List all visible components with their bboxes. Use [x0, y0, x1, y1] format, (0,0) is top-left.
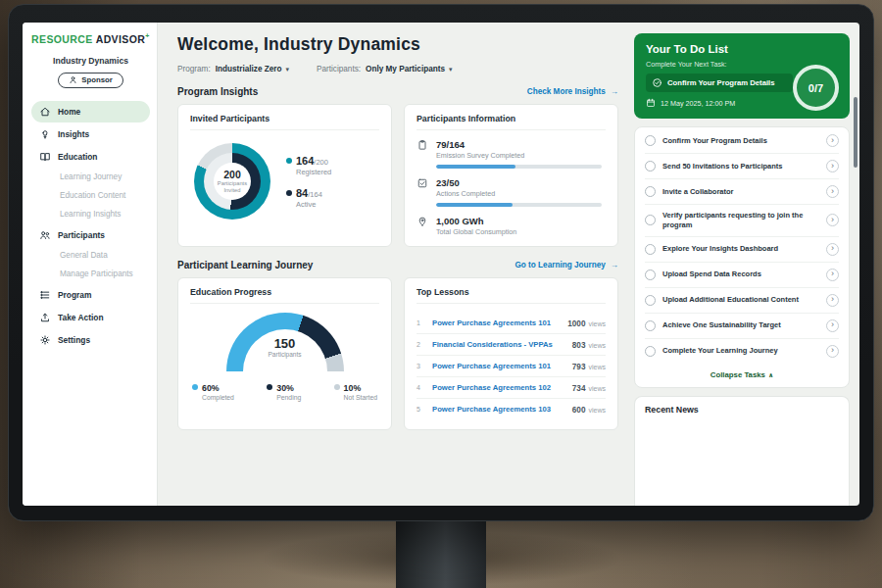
sidebar-item-learning-journey[interactable]: Learning Journey	[31, 169, 150, 186]
lesson-row: 3 Power Purchase Agreements 101 793views	[416, 356, 606, 377]
gauge-center-value: 150	[226, 336, 344, 351]
chevron-right-icon[interactable]: ›	[826, 319, 839, 332]
lesson-views-unit: views	[588, 320, 606, 327]
lesson-link[interactable]: Financial Considerations - VPPAs	[432, 340, 564, 349]
sidebar-item-label: Settings	[58, 335, 90, 345]
chevron-right-icon[interactable]: ›	[826, 134, 839, 147]
chevron-right-icon[interactable]: ›	[826, 345, 839, 358]
participants-filter-dropdown[interactable]: Participants: Only My Participants ▾	[317, 65, 453, 74]
sidebar-item-education[interactable]: Education	[31, 146, 150, 168]
task-row: Achieve One Sustainability Target ›	[645, 314, 839, 339]
sidebar-item-label: General Data	[60, 251, 108, 260]
lesson-rank: 1	[416, 319, 424, 326]
sidebar-item-participants[interactable]: Participants	[31, 224, 150, 246]
arrow-right-icon: →	[611, 261, 618, 270]
go-to-learning-journey-link[interactable]: Go to Learning Journey →	[514, 261, 618, 270]
legend-value: 164	[296, 155, 314, 167]
donut-center-label: Participants Invited	[213, 180, 252, 194]
link-label: Go to Learning Journey	[514, 261, 605, 270]
sidebar-item-general-data[interactable]: General Data	[31, 247, 150, 265]
chevron-right-icon[interactable]: ›	[826, 269, 839, 281]
task-checkbox[interactable]	[645, 295, 656, 306]
section-title-learning-journey: Participant Learning Journey	[177, 260, 313, 270]
collapse-label: Collapse Tasks	[710, 370, 765, 379]
legend-dot-registered	[286, 158, 292, 164]
collapse-tasks-link[interactable]: Collapse Tasks∧	[645, 364, 839, 383]
sponsor-badge[interactable]: Sponsor	[58, 73, 123, 88]
program-filter-dropdown[interactable]: Program: Industrialize Zero ▾	[177, 65, 289, 74]
link-label: Check More Insights	[527, 87, 606, 96]
chevron-right-icon[interactable]: ›	[826, 185, 839, 198]
sidebar-item-label: Education	[58, 152, 97, 162]
task-label: Invite a Collaborator	[662, 187, 819, 197]
task-checkbox[interactable]	[645, 135, 656, 146]
legend-value: 60%	[202, 383, 220, 393]
task-checkbox[interactable]	[645, 215, 656, 225]
card-title: Education Progress	[190, 287, 379, 304]
task-checkbox[interactable]	[645, 186, 656, 197]
sidebar-item-manage-participants[interactable]: Manage Participants	[31, 266, 150, 283]
task-checkbox[interactable]	[645, 161, 656, 172]
legend-dot-pending	[267, 384, 272, 390]
task-checkbox[interactable]	[645, 346, 656, 357]
chevron-right-icon[interactable]: ›	[826, 214, 839, 226]
todo-title: Your To Do List	[646, 43, 838, 55]
task-row: Upload Additional Educational Content ›	[645, 288, 839, 314]
lesson-link[interactable]: Power Purchase Agreements 103	[432, 405, 564, 414]
lesson-views: 793	[572, 363, 586, 371]
task-checkbox[interactable]	[645, 320, 656, 331]
lesson-link[interactable]: Power Purchase Agreements 102	[432, 383, 564, 392]
todo-progress-value: 0/7	[808, 82, 823, 94]
donut-center-value: 200	[223, 169, 241, 180]
stat-global-consumption: 1,000 GWh Total Global Consumption	[416, 216, 606, 236]
lesson-views: 600	[572, 406, 586, 415]
sidebar-item-learning-insights[interactable]: Learning Insights	[31, 206, 150, 223]
next-task-banner[interactable]: Confirm Your Program Details	[646, 74, 793, 92]
sidebar-item-label: Education Content	[60, 191, 125, 200]
scrollbar-thumb[interactable]	[854, 97, 858, 168]
sidebar-menu: Home Insights Education Learning Journey…	[31, 101, 150, 351]
legend-not-started: 10% Not Started	[334, 383, 377, 401]
recent-news-card: Recent News	[634, 396, 850, 507]
sidebar-item-label: Take Action	[58, 313, 104, 322]
chevron-right-icon[interactable]: ›	[826, 160, 839, 172]
sidebar-item-settings[interactable]: Settings	[31, 329, 150, 351]
task-checkbox[interactable]	[645, 244, 656, 255]
legend-label: Pending	[276, 394, 301, 401]
legend-label: Active	[296, 200, 331, 209]
monitor-stand	[396, 519, 486, 588]
card-title: Top Lessons	[416, 287, 606, 304]
lesson-row: 5 Power Purchase Agreements 103 600views	[416, 399, 606, 419]
top-lessons-card: Top Lessons 1 Power Purchase Agreements …	[404, 277, 618, 430]
lesson-rank: 3	[416, 363, 424, 369]
legend-label: Not Started	[344, 394, 377, 401]
legend-dot-not-started	[334, 384, 340, 390]
sidebar-item-program[interactable]: Program	[31, 284, 150, 306]
task-checkbox[interactable]	[645, 270, 656, 280]
stat-label: Emission Survey Completed	[436, 151, 524, 160]
arrow-right-icon: →	[611, 87, 618, 96]
gauge-center-label: Participants	[226, 351, 344, 358]
legend-label: Registered	[296, 168, 331, 176]
lesson-row: 2 Financial Considerations - VPPAs 803vi…	[416, 334, 606, 356]
lesson-link[interactable]: Power Purchase Agreements 101	[432, 362, 564, 370]
calendar-icon	[646, 98, 656, 108]
sidebar-item-take-action[interactable]: Take Action	[31, 307, 150, 328]
lesson-views: 734	[572, 384, 586, 393]
people-icon	[39, 229, 51, 241]
list-icon	[39, 289, 51, 301]
sidebar-item-insights[interactable]: Insights	[31, 123, 150, 145]
chevron-right-icon[interactable]: ›	[826, 243, 839, 256]
page-title: Welcome, Industry Dynamics	[177, 34, 618, 55]
legend-dot-completed	[192, 384, 198, 390]
lesson-link[interactable]: Power Purchase Agreements 101	[432, 318, 560, 327]
legend-dot-active	[286, 190, 292, 196]
chevron-right-icon[interactable]: ›	[826, 294, 839, 307]
sidebar-item-home[interactable]: Home	[31, 101, 150, 122]
legend-pending: 30% Pending	[267, 383, 301, 401]
sidebar-item-education-content[interactable]: Education Content	[31, 187, 150, 205]
logo-resource: RESOURCE	[31, 33, 93, 45]
task-label: Complete Your Learning Journey	[662, 346, 819, 356]
check-more-insights-link[interactable]: Check More Insights →	[527, 87, 618, 96]
task-row: Invite a Collaborator ›	[645, 179, 839, 205]
